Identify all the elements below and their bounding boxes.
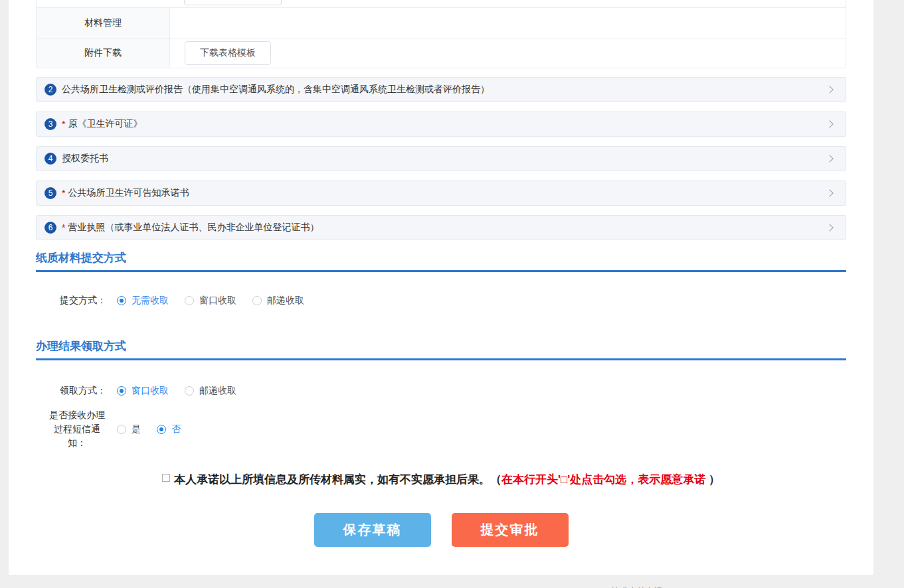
table-row-attachment-download: 附件下载 下载表格模板	[37, 38, 846, 68]
attachment-item-2[interactable]: 2 * 公共场所卫生检测或评价报告（使用集中空调通风系统的，含集中空调通风系统卫…	[36, 77, 846, 102]
row-label: 材料管理	[37, 8, 170, 38]
item-number-badge: 2	[45, 84, 56, 96]
section-title-paper-material: 纸质材料提交方式	[36, 250, 846, 272]
form-card: 材料管理 附件下载 下载表格模板 2 * 公共场所卫生检测或评价报告（使用集中空…	[9, 0, 873, 575]
row-value	[170, 8, 846, 38]
attachment-item-label: 授权委托书	[62, 153, 108, 165]
item-number-badge: 5	[45, 187, 56, 199]
table-row-partial	[37, 0, 846, 7]
commitment-text-end: ）	[705, 473, 720, 486]
attachment-item-3[interactable]: 3 * 原《卫生许可证》	[36, 111, 846, 137]
radio-option-window-collection[interactable]: 窗口收取	[185, 295, 236, 307]
item-number-badge: 4	[45, 153, 56, 165]
material-table: 材料管理 附件下载 下载表格模板	[36, 0, 846, 68]
attachment-item-5[interactable]: 5 * 公共场所卫生许可告知承诺书	[36, 181, 846, 206]
radio-icon[interactable]	[185, 386, 194, 396]
chevron-right-icon	[826, 224, 833, 231]
chevron-right-icon	[826, 189, 833, 196]
footer-support-text: 技术支持电话：0531-88311588、88311588	[0, 575, 904, 588]
chevron-right-icon	[826, 120, 833, 127]
radio-icon[interactable]	[117, 425, 126, 434]
radio-option-yes[interactable]: 是	[117, 423, 141, 435]
row-value: 下载表格模板	[170, 38, 846, 68]
radio-option-label: 邮递收取	[267, 295, 304, 307]
submit-approval-button[interactable]: 提交审批	[452, 513, 569, 547]
sms-notify-row: 是否接收办理过程短信通知： 是 否	[36, 408, 846, 450]
radio-option-no-collection[interactable]: 无需收取	[117, 295, 169, 307]
radio-option-label: 窗口收取	[199, 295, 236, 307]
commitment-text-highlight: 在本行开头'□'处点击勾选，表示愿意承诺	[501, 473, 705, 486]
chevron-right-icon	[826, 86, 833, 93]
attachment-item-6[interactable]: 6 * 营业执照（或事业单位法人证书、民办非企业单位登记证书）	[36, 215, 846, 240]
commitment-text: 本人承诺以上所填信息及所传材料属实，如有不实愿承担后果。（	[174, 473, 501, 486]
clipped-input-field[interactable]	[184, 0, 282, 5]
radio-icon[interactable]	[117, 386, 126, 396]
radio-icon[interactable]	[157, 425, 166, 434]
item-number-badge: 3	[45, 118, 56, 130]
attachment-item-label: 原《卫生许可证》	[68, 118, 142, 130]
attachment-item-label: 营业执照（或事业单位法人证书、民办非企业单位登记证书）	[68, 222, 319, 234]
required-asterisk: *	[62, 222, 65, 233]
radio-option-label: 邮递收取	[199, 385, 236, 397]
radio-option-no[interactable]: 否	[157, 423, 181, 435]
radio-option-label: 窗口收取	[132, 385, 169, 397]
attachment-item-4[interactable]: 4 * 授权委托书	[36, 146, 846, 171]
action-buttons: 保存草稿 提交审批	[36, 513, 846, 547]
attachment-item-label: 公共场所卫生检测或评价报告（使用集中空调通风系统的，含集中空调通风系统卫生检测或…	[62, 84, 490, 96]
radio-option-label: 否	[171, 423, 181, 435]
chevron-right-icon	[826, 155, 833, 162]
required-asterisk: *	[62, 119, 65, 129]
attachment-item-label: 公共场所卫生许可告知承诺书	[68, 187, 189, 199]
radio-option-mail-pickup[interactable]: 邮递收取	[185, 385, 236, 397]
attachment-list: 2 * 公共场所卫生检测或评价报告（使用集中空调通风系统的，含集中空调通风系统卫…	[36, 77, 846, 240]
pickup-method-row: 领取方式： 窗口收取 邮递收取	[36, 384, 846, 398]
row-label: 附件下载	[37, 38, 170, 68]
radio-option-window-pickup[interactable]: 窗口收取	[117, 385, 169, 397]
section-title-result-pickup: 办理结果领取方式	[36, 338, 846, 360]
item-number-badge: 6	[45, 222, 56, 234]
submit-method-label: 提交方式：	[48, 293, 106, 307]
required-asterisk: *	[62, 188, 65, 198]
submit-method-row: 提交方式： 无需收取 窗口收取 邮递收取	[36, 293, 846, 307]
radio-icon[interactable]	[185, 296, 194, 305]
save-draft-button[interactable]: 保存草稿	[314, 513, 431, 547]
sms-notify-label: 是否接收办理过程短信通知：	[48, 408, 106, 450]
download-template-button[interactable]: 下载表格模板	[185, 41, 271, 65]
commitment-checkbox[interactable]	[162, 474, 170, 482]
radio-option-label: 无需收取	[132, 295, 169, 307]
radio-option-label: 是	[132, 423, 141, 435]
commitment-statement: 本人承诺以上所填信息及所传材料属实，如有不实愿承担后果。（在本行开头'□'处点击…	[36, 472, 846, 487]
radio-icon[interactable]	[252, 296, 262, 305]
radio-option-mail-collection[interactable]: 邮递收取	[252, 295, 304, 307]
radio-icon[interactable]	[117, 296, 126, 305]
pickup-method-label: 领取方式：	[48, 384, 106, 398]
table-row-material-manage: 材料管理	[37, 7, 846, 38]
